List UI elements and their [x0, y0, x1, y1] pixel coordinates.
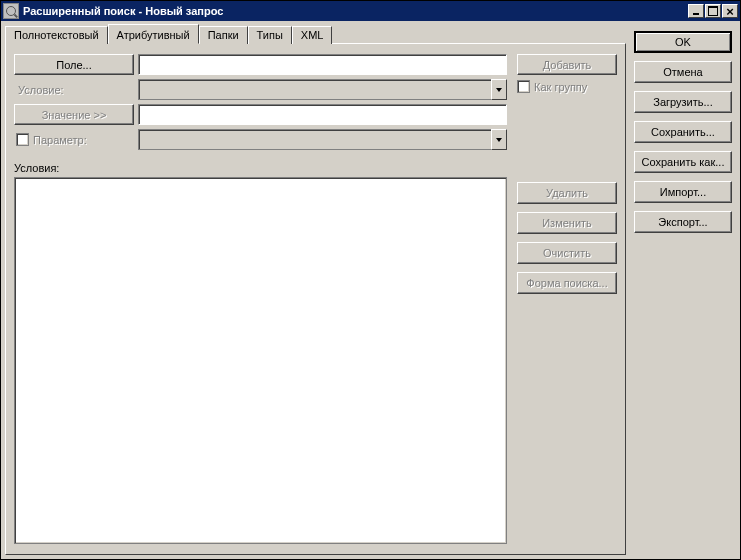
conditions-left: Условия:: [14, 162, 507, 544]
tab-attribute[interactable]: Атрибутивный: [108, 24, 199, 44]
clear-button[interactable]: Очистить: [517, 242, 617, 264]
condition-combo[interactable]: [138, 79, 507, 100]
window: Расширенный поиск - Новый запрос Полноте…: [0, 0, 741, 560]
conditions-area: Условия: Удалить Изменить Очистить Форма…: [14, 162, 617, 544]
export-button[interactable]: Экспорт...: [634, 211, 732, 233]
value-button[interactable]: Значение >>: [14, 104, 134, 125]
field-button[interactable]: Поле...: [14, 54, 134, 75]
value-input[interactable]: [138, 104, 507, 125]
delete-button[interactable]: Удалить: [517, 182, 617, 204]
condition-combo-input[interactable]: [138, 79, 491, 100]
parameter-combo-input[interactable]: [138, 129, 491, 150]
search-form-button[interactable]: Форма поиска...: [517, 272, 617, 294]
save-as-button[interactable]: Сохранить как...: [634, 151, 732, 173]
tab-types[interactable]: Типы: [248, 26, 292, 44]
save-button[interactable]: Сохранить...: [634, 121, 732, 143]
title-bar: Расширенный поиск - Новый запрос: [1, 1, 740, 21]
conditions-buttons: Удалить Изменить Очистить Форма поиска..…: [517, 162, 617, 544]
load-button[interactable]: Загрузить...: [634, 91, 732, 113]
parameter-combo-button[interactable]: [491, 129, 507, 150]
maximize-button[interactable]: [705, 4, 721, 18]
tab-folders[interactable]: Папки: [199, 26, 248, 44]
add-column: Добавить Как группу: [517, 54, 617, 154]
condition-label: Условие:: [14, 84, 134, 96]
tab-fulltext[interactable]: Полнотекстовый: [5, 26, 108, 44]
as-group-checkbox[interactable]: [517, 80, 530, 93]
add-button[interactable]: Добавить: [517, 54, 617, 75]
edit-button[interactable]: Изменить: [517, 212, 617, 234]
app-icon: [3, 3, 19, 19]
window-title: Расширенный поиск - Новый запрос: [23, 5, 688, 17]
tab-panel: Поле... Условие: Значение >>: [5, 43, 626, 555]
right-sidebar: OK Отмена Загрузить... Сохранить... Сохр…: [628, 23, 738, 557]
tabs: Полнотекстовый Атрибутивный Папки Типы X…: [5, 25, 626, 43]
tab-xml[interactable]: XML: [292, 26, 333, 44]
import-button[interactable]: Импорт...: [634, 181, 732, 203]
window-body: Полнотекстовый Атрибутивный Папки Типы X…: [1, 21, 740, 559]
parameter-label: Параметр:: [33, 134, 87, 146]
cancel-button[interactable]: Отмена: [634, 61, 732, 83]
parameter-checkbox[interactable]: [16, 133, 29, 146]
parameter-combo[interactable]: [138, 129, 507, 150]
form-fields: Поле... Условие: Значение >>: [14, 54, 507, 154]
close-button[interactable]: [722, 4, 738, 18]
condition-combo-button[interactable]: [491, 79, 507, 100]
as-group-label: Как группу: [534, 81, 587, 93]
ok-button[interactable]: OK: [634, 31, 732, 53]
minimize-button[interactable]: [688, 4, 704, 18]
conditions-label: Условия:: [14, 162, 507, 174]
main-panel: Полнотекстовый Атрибутивный Папки Типы X…: [3, 23, 628, 557]
conditions-listbox[interactable]: [14, 177, 507, 544]
form-top: Поле... Условие: Значение >>: [14, 54, 617, 154]
field-input[interactable]: [138, 54, 507, 75]
